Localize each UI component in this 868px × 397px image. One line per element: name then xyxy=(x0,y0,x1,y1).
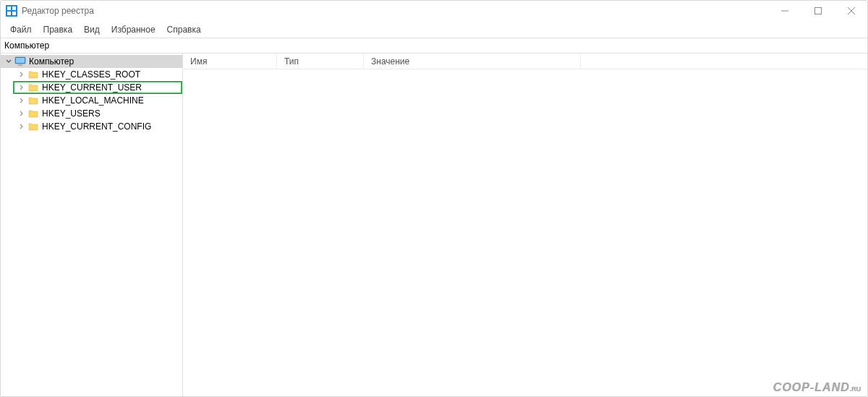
menubar: Файл Правка Вид Избранное Справка xyxy=(0,22,868,38)
menu-favorites[interactable]: Избранное xyxy=(106,23,161,36)
chevron-right-icon[interactable] xyxy=(17,122,26,131)
tree-root-computer[interactable]: Компьютер xyxy=(0,55,182,68)
svg-rect-10 xyxy=(16,58,25,63)
column-rest xyxy=(581,54,868,69)
tree-item[interactable]: HKEY_CURRENT_CONFIG xyxy=(13,120,182,133)
tree-item-label: HKEY_USERS xyxy=(42,108,101,119)
tree-item-label: HKEY_CLASSES_ROOT xyxy=(42,69,140,80)
maximize-button[interactable] xyxy=(801,0,835,22)
minimize-button[interactable] xyxy=(768,0,801,22)
folder-icon xyxy=(27,69,39,80)
menu-file[interactable]: Файл xyxy=(4,23,38,36)
tree-item-label: HKEY_CURRENT_CONFIG xyxy=(42,121,151,132)
svg-rect-2 xyxy=(12,7,16,10)
svg-rect-3 xyxy=(7,12,11,15)
tree-item[interactable]: HKEY_CLASSES_ROOT xyxy=(13,68,182,81)
column-type[interactable]: Тип xyxy=(277,54,364,69)
tree-item-label: HKEY_LOCAL_MACHINE xyxy=(42,95,144,106)
tree-pane: Компьютер HKEY_CLASSES_ROOTHKEY_CURRENT_… xyxy=(0,54,183,397)
tree-root-label: Компьютер xyxy=(29,56,74,67)
column-value[interactable]: Значение xyxy=(364,54,581,69)
chevron-right-icon[interactable] xyxy=(17,70,26,79)
chevron-down-icon[interactable] xyxy=(4,57,13,66)
addressbar[interactable]: Компьютер xyxy=(0,38,868,54)
folder-icon xyxy=(27,121,39,132)
main-split: Компьютер HKEY_CLASSES_ROOTHKEY_CURRENT_… xyxy=(0,54,868,397)
tree-item[interactable]: HKEY_CURRENT_USER xyxy=(13,81,182,94)
window-title: Редактор реестра xyxy=(22,6,94,16)
menu-view[interactable]: Вид xyxy=(78,23,106,36)
computer-icon xyxy=(14,56,26,67)
tree-item[interactable]: HKEY_LOCAL_MACHINE xyxy=(13,94,182,107)
folder-icon xyxy=(27,108,39,119)
folder-icon xyxy=(27,95,39,106)
titlebar: Редактор реестра xyxy=(0,0,868,22)
folder-icon xyxy=(27,82,39,93)
chevron-right-icon[interactable] xyxy=(17,109,26,118)
address-path: Компьютер xyxy=(4,40,49,51)
svg-rect-1 xyxy=(7,7,11,10)
column-name[interactable]: Имя xyxy=(183,54,277,69)
tree-item[interactable]: HKEY_USERS xyxy=(13,107,182,120)
close-button[interactable] xyxy=(835,0,868,22)
tree-item-label: HKEY_CURRENT_USER xyxy=(42,82,142,93)
chevron-right-icon[interactable] xyxy=(17,96,26,105)
svg-rect-4 xyxy=(12,12,16,15)
svg-rect-11 xyxy=(18,64,22,66)
menu-edit[interactable]: Правка xyxy=(38,23,79,36)
svg-rect-6 xyxy=(815,8,822,14)
chevron-right-icon[interactable] xyxy=(17,83,26,92)
app-icon xyxy=(6,5,17,17)
menu-help[interactable]: Справка xyxy=(161,23,207,36)
list-header: Имя Тип Значение xyxy=(183,54,868,69)
list-pane: Имя Тип Значение xyxy=(183,54,868,397)
list-body[interactable] xyxy=(183,69,868,397)
